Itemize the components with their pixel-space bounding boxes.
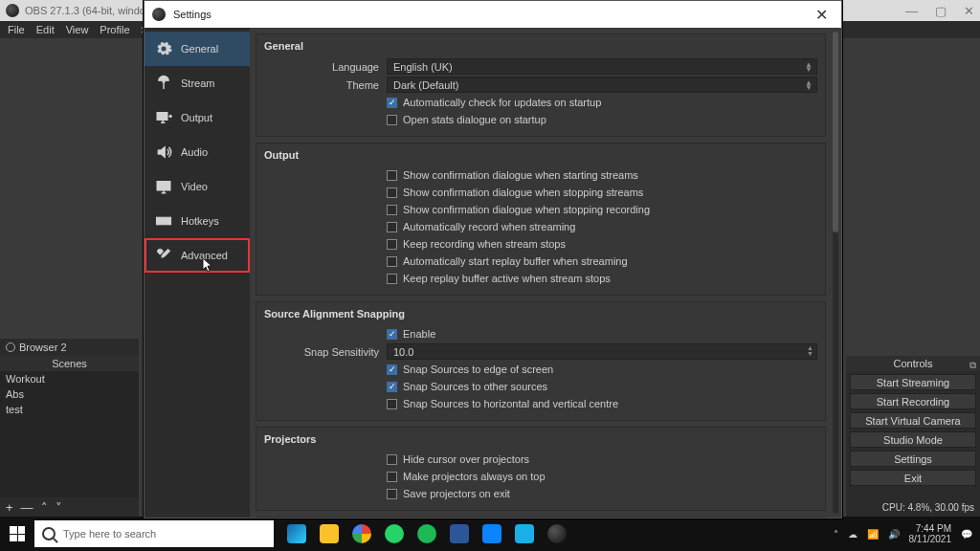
monitor-out-icon xyxy=(154,110,173,125)
keep-recording-checkbox[interactable]: Keep recording when stream stops xyxy=(387,238,817,250)
tray-volume-icon[interactable]: 🔊 xyxy=(888,529,900,540)
obs-logo-icon xyxy=(6,4,19,17)
sidebar-item-general[interactable]: General xyxy=(145,32,250,66)
menu-edit[interactable]: Edit xyxy=(36,24,55,35)
svg-rect-1 xyxy=(157,113,167,121)
remove-scene-icon[interactable]: — xyxy=(21,500,33,515)
start-recording-button[interactable]: Start Recording xyxy=(850,393,976,409)
menu-view[interactable]: View xyxy=(66,24,89,35)
scene-down-icon[interactable]: ˅ xyxy=(56,500,62,515)
taskbar-search[interactable]: Type here to search xyxy=(34,520,274,547)
close-icon[interactable]: ✕ xyxy=(964,4,974,18)
projectors-always-top-checkbox[interactable]: Make projectors always on top xyxy=(387,471,817,482)
snap-centre-checkbox[interactable]: Snap Sources to horizontal and vertical … xyxy=(387,398,817,409)
scene-item[interactable]: test xyxy=(0,402,139,417)
settings-button[interactable]: Settings xyxy=(850,451,976,467)
add-scene-icon[interactable]: + xyxy=(6,500,13,515)
window-controls: — ▢ ✕ xyxy=(905,4,974,18)
maximize-icon[interactable]: ▢ xyxy=(935,4,947,18)
start-virtual-camera-button[interactable]: Start Virtual Camera xyxy=(850,412,976,429)
menu-file[interactable]: File xyxy=(8,24,25,35)
search-placeholder: Type here to search xyxy=(63,528,156,540)
browser-dock-header[interactable]: Browser 2 xyxy=(0,339,139,356)
snap-sensitivity-input[interactable]: 10.0▲▼ xyxy=(387,343,817,360)
taskbar-app-icon[interactable] xyxy=(346,520,377,547)
spinner-icon: ▲▼ xyxy=(805,62,813,72)
tray-wifi-icon[interactable]: 📶 xyxy=(867,529,879,540)
taskbar-app-icon[interactable] xyxy=(444,520,475,547)
language-label: Language xyxy=(264,61,387,73)
sidebar-item-advanced[interactable]: Advanced xyxy=(145,238,250,273)
studio-mode-button[interactable]: Studio Mode xyxy=(850,431,976,448)
keep-replay-buffer-checkbox[interactable]: Keep replay buffer active when stream st… xyxy=(387,273,817,284)
taskbar-app-icon[interactable] xyxy=(509,520,540,547)
obs-small-icon xyxy=(152,8,166,21)
browser-label: Browser 2 xyxy=(19,342,67,353)
spinner-icon[interactable]: ▲▼ xyxy=(807,345,813,357)
theme-label: Theme xyxy=(264,79,387,91)
tray-clock[interactable]: 7:44 PM 8/11/2021 xyxy=(909,523,952,544)
taskbar-app-icon[interactable] xyxy=(314,520,345,547)
taskbar-app-icon[interactable] xyxy=(379,520,410,547)
snap-edge-checkbox[interactable]: Snap Sources to edge of screen xyxy=(387,364,817,375)
scene-item[interactable]: Abs xyxy=(0,386,139,402)
confirm-stop-recording-checkbox[interactable]: Show confirmation dialogue when stopping… xyxy=(387,204,817,215)
popout-icon[interactable]: ⧉ xyxy=(969,358,976,373)
section-title: Source Alignment Snapping xyxy=(256,306,825,325)
taskbar-app-icon[interactable] xyxy=(281,520,312,547)
exit-button[interactable]: Exit xyxy=(850,470,976,486)
speaker-icon xyxy=(154,144,173,160)
auto-replay-buffer-checkbox[interactable]: Automatically start replay buffer when s… xyxy=(387,255,817,267)
section-title: General xyxy=(256,38,825,57)
spinner-icon: ▲▼ xyxy=(805,80,813,90)
system-tray: ˄ ☁ 📶 🔊 7:44 PM 8/11/2021 💬 xyxy=(834,523,981,544)
settings-dialog: Settings ✕ General Stream Output Audio xyxy=(144,0,842,518)
tray-cloud-icon[interactable]: ☁ xyxy=(848,529,858,540)
windows-logo-icon xyxy=(10,526,25,541)
theme-select[interactable]: Dark (Default)▲▼ xyxy=(387,77,817,93)
minimize-icon[interactable]: — xyxy=(905,4,918,18)
settings-title: Settings xyxy=(173,9,212,20)
auto-record-checkbox[interactable]: Automatically record when streaming xyxy=(387,221,817,232)
taskbar-app-icon[interactable] xyxy=(412,520,442,547)
sidebar-item-label: Hotkeys xyxy=(181,215,219,227)
tools-icon xyxy=(154,248,173,263)
taskbar-app-icon[interactable] xyxy=(477,520,507,547)
close-icon[interactable]: ✕ xyxy=(810,6,834,24)
auto-update-checkbox[interactable]: Automatically check for updates on start… xyxy=(387,97,817,108)
scene-up-icon[interactable]: ˄ xyxy=(41,500,48,515)
snap-sources-checkbox[interactable]: Snap Sources to other sources xyxy=(387,381,817,392)
snapping-enable-checkbox[interactable]: Enable xyxy=(387,328,817,340)
sidebar-item-stream[interactable]: Stream xyxy=(145,66,250,100)
start-button[interactable] xyxy=(0,517,34,551)
tray-chevron-icon[interactable]: ˄ xyxy=(834,529,838,540)
open-stats-checkbox[interactable]: Open stats dialogue on startup xyxy=(387,114,817,125)
controls-panel: Controls⧉ Start Streaming Start Recordin… xyxy=(846,356,980,517)
keyboard-icon xyxy=(154,213,173,229)
scrollbar-thumb[interactable] xyxy=(833,32,838,232)
settings-sidebar: General Stream Output Audio Video Hotkey… xyxy=(145,28,250,518)
hide-cursor-projectors-checkbox[interactable]: Hide cursor over projectors xyxy=(387,453,817,465)
sidebar-item-audio[interactable]: Audio xyxy=(145,135,250,169)
section-system-tray: System Tray Enable xyxy=(256,517,826,518)
svg-rect-2 xyxy=(157,182,170,190)
sidebar-item-label: General xyxy=(181,43,218,55)
confirm-start-stream-checkbox[interactable]: Show confirmation dialogue when starting… xyxy=(387,169,817,181)
scene-item[interactable]: Workout xyxy=(0,371,139,386)
notifications-icon[interactable]: 💬 xyxy=(961,529,972,540)
language-select[interactable]: English (UK)▲▼ xyxy=(387,58,817,75)
search-icon xyxy=(42,527,56,540)
gear-icon xyxy=(154,41,173,56)
confirm-stop-stream-checkbox[interactable]: Show confirmation dialogue when stopping… xyxy=(387,187,817,198)
menu-profile[interactable]: Profile xyxy=(100,24,129,35)
snap-sensitivity-label: Snap Sensitivity xyxy=(264,346,387,358)
sidebar-item-video[interactable]: Video xyxy=(145,169,250,204)
sidebar-item-output[interactable]: Output xyxy=(145,100,250,135)
sidebar-item-label: Stream xyxy=(181,77,214,89)
sidebar-item-hotkeys[interactable]: Hotkeys xyxy=(145,204,250,238)
save-projectors-checkbox[interactable]: Save projectors on exit xyxy=(387,488,817,499)
start-streaming-button[interactable]: Start Streaming xyxy=(850,374,976,390)
settings-titlebar: Settings ✕ xyxy=(145,1,841,28)
sidebar-item-label: Advanced xyxy=(181,250,228,261)
taskbar-app-icon[interactable] xyxy=(542,520,572,547)
